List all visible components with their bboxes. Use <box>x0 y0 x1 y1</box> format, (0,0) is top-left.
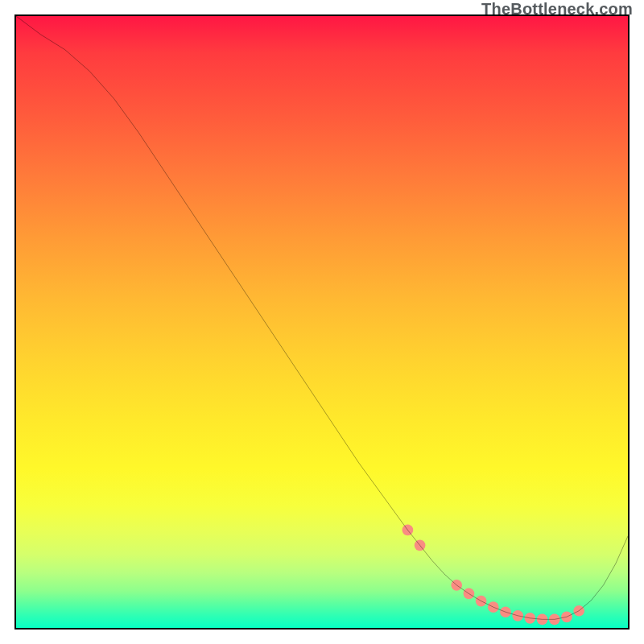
dots-group <box>402 525 584 625</box>
chart-svg <box>16 16 628 628</box>
bottleneck-curve <box>16 16 628 619</box>
chart-frame: TheBottleneck.com <box>0 0 644 644</box>
plot-area <box>14 14 630 630</box>
